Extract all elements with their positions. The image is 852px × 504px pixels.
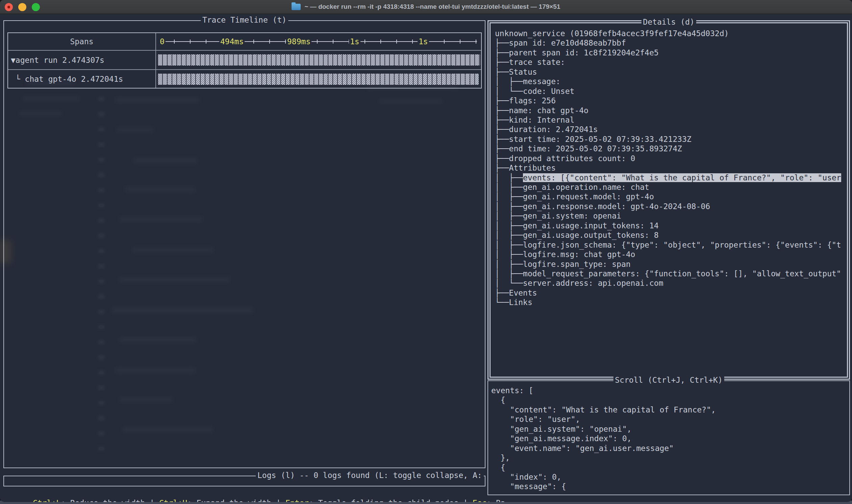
keybinding-separator: |: [145, 499, 159, 502]
tree-line[interactable]: │ ├──gen_ai.usage.input_tokens: 14: [495, 221, 846, 230]
tree-line[interactable]: ├──end time: 2025-05-02 07:39:35.893274Z: [495, 144, 846, 154]
title-bar: ~ — docker run --rm -it -p 4318:4318 --n…: [0, 0, 852, 14]
keybinding-desc: : Reduce the width: [61, 499, 145, 502]
json-line: "index": 0,: [491, 472, 848, 482]
span-row-chat-gpt-4o[interactable]: └ chat gpt-4o 2.472041s: [8, 69, 481, 88]
json-line: {: [491, 463, 848, 472]
tree-line[interactable]: │ └──code: Unset: [495, 87, 846, 96]
logs-panel[interactable]: Logs (l) -- 0 logs found (L: toggle coll…: [3, 475, 486, 486]
keybinding-separator: |: [271, 499, 286, 502]
folder-icon: [292, 4, 301, 10]
keybinding-key: Ctrl+H: [159, 499, 187, 502]
json-line: "gen_ai.message.index": 0,: [491, 434, 848, 443]
details-panel: Details (d) unknown_service (01968fefb4a…: [488, 20, 850, 380]
tree-line[interactable]: │ ├──gen_ai.request.model: gpt-4o: [495, 192, 846, 201]
tree-line[interactable]: ├──duration: 2.472041s: [495, 125, 846, 134]
span-label: ▼agent run 2.474307s: [11, 56, 104, 65]
selected-tree-line-text: events: [{"content": "What is the capita…: [523, 173, 841, 182]
json-line: "event.name": "gen_ai.user.message": [491, 444, 848, 453]
keybinding-desc: : Ba: [487, 499, 505, 502]
tree-line-selected[interactable]: │ ├──events: [{"content": "What is the c…: [495, 173, 846, 182]
tree-line[interactable]: ├──span id: e7e10d488eab7bbf: [495, 38, 846, 48]
tree-line[interactable]: ├──start time: 2025-05-02 07:39:33.42123…: [495, 134, 846, 144]
span-duration-bar: [158, 74, 479, 85]
column-separator: [156, 33, 156, 88]
tree-line[interactable]: │ ├──logfire.json_schema: {"type": "obje…: [495, 240, 846, 250]
time-axis-tick: 989ms: [286, 37, 311, 46]
tree-line[interactable]: │ ├──gen_ai.operation.name: chat: [495, 182, 846, 192]
json-preview: events: [ { "content": "What is the capi…: [491, 386, 848, 494]
span-row-agent-run[interactable]: ▼agent run 2.474307s: [8, 51, 481, 69]
json-line: events: [: [491, 386, 848, 395]
time-axis-tick: 1s: [418, 37, 429, 46]
details-tree: unknown_service (01968fefb4acec3f9fef17e…: [495, 29, 846, 375]
keybinding-separator: |: [458, 499, 473, 502]
terminal-window: ~ — docker run --rm -it -p 4318:4318 --n…: [0, 0, 852, 502]
json-line: "message": {: [491, 482, 848, 491]
scroll-panel-title: Scroll (Ctrl+J, Ctrl+K): [613, 376, 724, 384]
json-line: "gen_ai.system": "openai",: [491, 424, 848, 434]
trace-timeline-panel-title: Trace Timeline (t): [201, 16, 288, 24]
zoom-button[interactable]: [32, 3, 40, 11]
tree-line[interactable]: └──Links: [495, 298, 846, 307]
tree-line[interactable]: │ ├──gen_ai.usage.output_tokens: 8: [495, 230, 846, 240]
tree-line[interactable]: ├──kind: Internal: [495, 115, 846, 125]
trace-timeline-panel: Trace Timeline (t) Spans 0 494ms 989ms 1…: [3, 20, 486, 468]
window-title-text: ~ — docker run --rm -it -p 4318:4318 --n…: [304, 3, 560, 11]
scroll-panel[interactable]: Scroll (Ctrl+J, Ctrl+K) events: [ { "con…: [488, 380, 850, 495]
time-axis-tick: 494ms: [219, 37, 244, 46]
tree-line[interactable]: ├──dropped attributes count: 0: [495, 154, 846, 163]
keybinding-key: Ctrl+L: [33, 499, 61, 502]
json-line: {: [491, 395, 848, 405]
tree-line[interactable]: │ ├──message:: [495, 77, 846, 86]
keybinding-key: Esc: [473, 499, 487, 502]
tree-line[interactable]: │ ├──gen_ai.system: openai: [495, 211, 846, 220]
spans-column-header: Spans: [8, 37, 156, 46]
tree-line[interactable]: │ ├──model_request_parameters: {"functio…: [495, 269, 846, 278]
terminal-screen: Trace Timeline (t) Spans 0 494ms 989ms 1…: [0, 14, 852, 502]
tree-line-service[interactable]: unknown_service (01968fefb4acec3f9fef17e…: [495, 29, 846, 38]
window-title: ~ — docker run --rm -it -p 4318:4318 --n…: [292, 3, 560, 11]
json-line: "content": "What is the capital of Franc…: [491, 405, 848, 414]
tree-line[interactable]: ├──Attributes: [495, 163, 846, 173]
tree-line[interactable]: ├──trace state:: [495, 57, 846, 67]
json-line: "role": "user",: [491, 414, 848, 424]
tree-line[interactable]: │ ├──logfire.span_type: span: [495, 259, 846, 269]
json-line: },: [491, 453, 848, 463]
details-panel-title: Details (d): [641, 18, 696, 26]
keybinding-desc: : Expand the width: [187, 499, 271, 502]
tree-line[interactable]: │ └──server.address: api.openai.com: [495, 278, 846, 288]
time-axis-tick: 0: [159, 37, 165, 46]
logs-panel-title: Logs (l) -- 0 logs found (L: toggle coll…: [256, 471, 484, 480]
keybinding-desc: : Toggle folding the child nodes: [309, 499, 458, 502]
tree-line[interactable]: ├──Events: [495, 288, 846, 298]
time-axis-tick: 1s: [349, 37, 361, 46]
status-bar: Ctrl+L: Reduce the width | Ctrl+H: Expan…: [5, 490, 505, 502]
close-button[interactable]: [5, 3, 13, 11]
tree-line[interactable]: ├──flags: 256: [495, 96, 846, 105]
traffic-lights: [5, 3, 40, 11]
spans-table: Spans 0 494ms 989ms 1s 1s ▼agent run 2.4…: [7, 32, 482, 89]
span-label: └ chat gpt-4o 2.472041s: [11, 75, 123, 84]
time-axis: 0 494ms 989ms 1s 1s: [157, 33, 481, 50]
tree-line[interactable]: │ ├──logfire.msg: chat gpt-4o: [495, 250, 846, 259]
spans-table-header: Spans 0 494ms 989ms 1s 1s: [8, 33, 481, 51]
tree-line[interactable]: ├──parent span id: 1c8f219204e2f4e5: [495, 48, 846, 57]
tree-line[interactable]: │ ├──gen_ai.response.model: gpt-4o-2024-…: [495, 202, 846, 211]
span-duration-bar: [158, 54, 480, 66]
tree-line[interactable]: ├──Status: [495, 67, 846, 77]
tree-line[interactable]: ├──name: chat gpt-4o: [495, 106, 846, 115]
time-axis-line: [159, 39, 477, 43]
keybinding-key: Enter: [286, 499, 309, 502]
minimize-button[interactable]: [18, 3, 26, 11]
